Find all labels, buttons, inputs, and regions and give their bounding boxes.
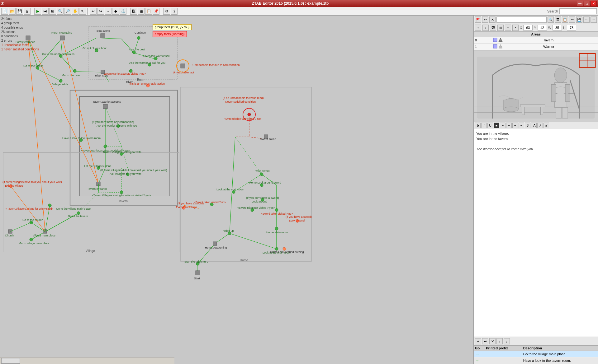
svg-point-131 xyxy=(260,173,263,176)
action-row[interactable]: → Have a look to the tavern room. xyxy=(474,357,598,364)
svg-text:This is an unreachable action: This is an unreachable action xyxy=(128,82,165,85)
rp-down-button[interactable]: ↓ xyxy=(482,25,489,31)
h-value[interactable]: 78 xyxy=(567,25,576,30)
svg-rect-195 xyxy=(522,107,524,115)
svg-text:(If some villagers didn't have: (If some villagers didn't have told you … xyxy=(100,169,167,172)
skip-button[interactable]: ⏭ xyxy=(42,8,49,15)
app-icon: Z xyxy=(1,1,4,6)
print-button[interactable]: 🖨 xyxy=(24,8,31,15)
svg-text:<Sword taken not visited ? yes: <Sword taken not visited ? yes> xyxy=(237,206,275,209)
text-content[interactable]: You are in the village. You are in the t… xyxy=(474,129,598,337)
svg-text:Have a look to the tavern room: Have a look to the tavern room. xyxy=(62,137,102,140)
stat-line: 26 actions xyxy=(1,30,39,34)
status-button[interactable] xyxy=(1,358,20,364)
rp-copy-button[interactable]: 📋 xyxy=(562,16,568,23)
rp-close-button[interactable]: ✕ xyxy=(489,16,496,23)
stat-line: 8 conditions xyxy=(1,34,39,39)
area-row[interactable]: 1 Warrior xyxy=(474,44,598,50)
close-button[interactable]: ✕ xyxy=(591,1,597,6)
numbering-button[interactable]: 8 xyxy=(525,123,530,128)
settings-button[interactable]: ⚙ xyxy=(163,8,170,15)
save-button[interactable]: 💾 xyxy=(16,8,23,15)
rp-list-button[interactable]: ☰ xyxy=(555,16,561,23)
rp-grid-button[interactable]: ⊞ xyxy=(497,25,504,31)
redo-button[interactable]: ↪ xyxy=(97,8,104,15)
info-button[interactable]: ℹ xyxy=(171,8,178,15)
align-center-button[interactable]: ≡ xyxy=(506,123,512,128)
svg-rect-184 xyxy=(556,107,562,118)
undo-button[interactable]: ↩ xyxy=(90,8,97,15)
italic-button[interactable]: i xyxy=(481,123,487,128)
arrow-button[interactable]: → xyxy=(105,8,112,15)
search-input[interactable] xyxy=(559,8,597,14)
svg-line-10 xyxy=(37,69,61,81)
svg-text:Start the adventure: Start the adventure xyxy=(184,260,208,263)
stat-line: 4 possible ends xyxy=(1,26,39,30)
svg-text:Go to village main place: Go to village main place xyxy=(19,242,49,245)
preview-image xyxy=(474,50,598,122)
svg-rect-164 xyxy=(196,271,200,275)
svg-text:Home: Home xyxy=(240,259,248,262)
import-button[interactable]: ↙ xyxy=(543,123,549,128)
svg-text:<Tavern.warrior.accepts visite: <Tavern.warrior.accepts visited ? no> xyxy=(102,72,146,75)
canvas-area[interactable]: 24 facts 4 group facts 4 possible ends 2… xyxy=(0,16,473,364)
maximize-button[interactable]: □ xyxy=(584,1,590,6)
export-button[interactable]: ↗ xyxy=(537,123,543,128)
new-button[interactable]: 📄 xyxy=(1,8,8,15)
actions-header-row: Go Printed prefix Description xyxy=(474,346,598,351)
rp-search-button[interactable]: 🔍 xyxy=(548,16,554,23)
x-value[interactable]: 63 xyxy=(523,25,533,30)
open-button[interactable]: 📂 xyxy=(9,8,16,15)
rp-next-button[interactable]: → xyxy=(591,16,597,23)
align-justify-button[interactable]: ≡ xyxy=(519,123,524,128)
table-button[interactable]: ▦ xyxy=(138,8,145,15)
action-row[interactable]: → Go to the village main place xyxy=(474,351,598,357)
image-button[interactable]: 🖼 xyxy=(130,8,137,15)
zoom-out-button[interactable]: 🔎 xyxy=(64,8,71,15)
rp-image-button[interactable]: 🖼 xyxy=(490,25,496,31)
image-preview[interactable] xyxy=(474,50,598,122)
align-left-button[interactable]: ≡ xyxy=(500,123,505,128)
align-right-button[interactable]: ≡ xyxy=(512,123,518,128)
svg-text:Look around: Look around xyxy=(289,219,305,222)
hand-button[interactable]: ✋ xyxy=(72,8,78,15)
svg-text:Go to the river: Go to the river xyxy=(62,74,80,77)
minimize-button[interactable]: — xyxy=(577,1,583,6)
svg-text:Home.Look around nothing: Home.Look around nothing xyxy=(270,250,304,254)
underline-button[interactable]: U xyxy=(487,123,493,128)
svg-text:Exit the village: Exit the village xyxy=(5,184,23,187)
grid-button[interactable]: ⊞ xyxy=(49,8,56,15)
rp-big-button[interactable]: ▪ xyxy=(512,25,519,31)
move-up-action-button[interactable]: ↑ xyxy=(496,338,503,344)
rp-small-button[interactable]: ▫ xyxy=(505,25,511,31)
special-button[interactable]: -A xyxy=(531,123,537,128)
rp-flag-button[interactable]: 🚩 xyxy=(475,16,481,23)
rp-undo-button[interactable]: ↩ xyxy=(482,16,488,23)
paste-button[interactable]: 📌 xyxy=(153,8,159,15)
copy-button[interactable]: 📋 xyxy=(145,8,152,15)
cursor-button[interactable]: ↖ xyxy=(79,8,86,15)
node-button[interactable]: ◆ xyxy=(112,8,119,15)
play-button[interactable]: ▶ xyxy=(34,8,41,15)
graph-canvas[interactable]: Boat Tavern Home Village xyxy=(0,16,473,364)
color-button[interactable]: ■ xyxy=(494,123,499,128)
rp-prev-button[interactable]: ← xyxy=(583,16,590,23)
area-row[interactable]: 0 Tavern xyxy=(474,37,598,44)
svg-point-193 xyxy=(503,107,519,112)
move-down-action-button[interactable]: ↓ xyxy=(504,338,510,344)
rp-search-input[interactable]: Tavern.warrior.accepts xyxy=(496,16,547,23)
rp-save-button[interactable]: 💾 xyxy=(576,16,582,23)
rp-up-button[interactable]: ↑ xyxy=(475,25,481,31)
link-button[interactable]: ⚓ xyxy=(120,8,126,15)
zoom-in-button[interactable]: 🔍 xyxy=(57,8,64,15)
prev-action-button[interactable]: ↩ xyxy=(482,338,488,344)
y-value[interactable]: 12 xyxy=(538,25,547,30)
area-color-icon xyxy=(493,44,497,49)
area-type-icon xyxy=(498,44,503,49)
bold-button[interactable]: b xyxy=(475,123,481,128)
svg-text:<Sword taken visited ? no>: <Sword taken visited ? no> xyxy=(261,212,293,215)
add-action-button[interactable]: + xyxy=(475,338,481,344)
del-action-button[interactable]: ✕ xyxy=(489,338,496,344)
rp-edit-button[interactable]: ✏ xyxy=(569,16,575,23)
w-value[interactable]: 35 xyxy=(553,25,562,30)
